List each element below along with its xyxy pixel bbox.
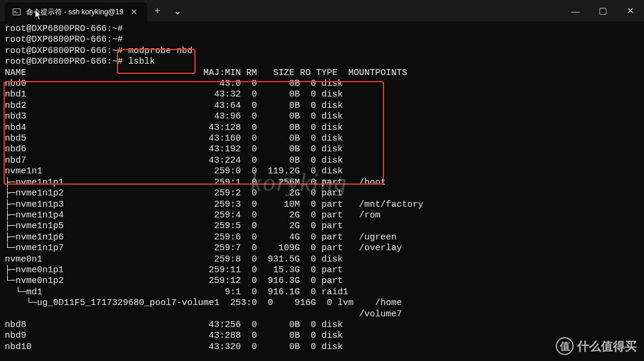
- minimize-button[interactable]: —: [562, 0, 589, 21]
- tab-dropdown-button[interactable]: ⌄: [168, 0, 188, 21]
- svg-rect-0: [13, 9, 20, 15]
- close-button[interactable]: ✕: [617, 0, 644, 21]
- maximize-button[interactable]: ▢: [589, 0, 617, 21]
- tab-active[interactable]: 命令提示符 - ssh koryking@19 ✕: [5, 2, 147, 21]
- window-title-bar: 命令提示符 - ssh koryking@19 ✕ + ⌄ — ▢ ✕: [0, 0, 644, 21]
- terminal-output[interactable]: root@DXP6800PRO-666:~# root@DXP6800PRO-6…: [0, 21, 644, 353]
- new-tab-button[interactable]: +: [147, 0, 168, 21]
- window-controls: — ▢ ✕: [562, 0, 644, 21]
- terminal-icon: [12, 7, 21, 17]
- tab-title: 命令提示符 - ssh koryking@19: [26, 7, 123, 17]
- tab-close-button[interactable]: ✕: [128, 6, 140, 18]
